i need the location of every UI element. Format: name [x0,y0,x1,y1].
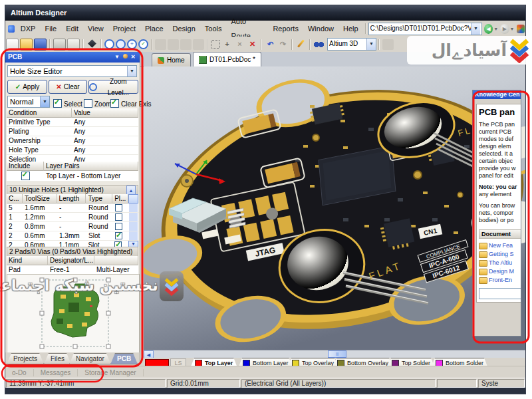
find-similar-icon[interactable] [313,39,325,50]
doc-link-getting-started[interactable]: Getting S [479,250,521,259]
zoom-level-button[interactable]: Zoom Level... [88,80,138,94]
table-row[interactable]: Hole TypeAny [7,146,138,155]
action-mode-combo[interactable]: Normal ▼ [7,96,50,108]
zoom-area-icon[interactable] [116,39,126,49]
paste-icon[interactable] [180,39,192,50]
zoom-selection-icon[interactable]: ✓ [138,39,148,49]
menu-view[interactable]: View [83,21,108,36]
chevron-down-icon[interactable]: ▼ [471,23,480,35]
menu-window[interactable]: Window [303,21,338,36]
menu-tools[interactable]: Tools [200,21,227,36]
hole-row[interactable]: 11.2mm-Round [7,213,138,222]
separator [100,39,102,50]
zoom-in-icon[interactable]: + [127,39,137,49]
system-tab-bar: o-Do Messages Storage Manager [5,366,525,378]
tab-pcbdoc[interactable]: DT01.PcbDoc * [193,52,261,66]
tab-todo[interactable]: o-Do [5,369,34,376]
save-icon[interactable] [34,39,47,51]
back-dropdown-icon[interactable]: ▼ [493,27,498,31]
chevron-down-icon[interactable]: ▼ [40,96,49,107]
knowledge-search-input[interactable] [479,288,521,299]
panel-tab-files[interactable]: Files [44,353,71,364]
print-icon[interactable] [53,39,66,51]
cut-icon[interactable] [155,39,166,50]
board-3d-icon[interactable] [86,39,98,50]
panel-pin-icon[interactable] [121,52,129,63]
hole-row[interactable]: 20.8mm-Round [7,222,138,231]
menu-design[interactable]: Design [168,21,200,36]
layer-pair-row[interactable]: Top Layer - Bottom Layer [7,171,138,182]
apply-button[interactable]: ✓ Apply [7,80,47,94]
redo-icon[interactable]: ↷ [277,39,289,50]
clear-errors-icon[interactable]: ✕ [247,39,258,50]
table-row[interactable]: Primitive TypeAny [7,118,138,127]
menu-project[interactable]: Project [108,21,140,36]
panel-close-icon[interactable]: ✕ [129,52,137,63]
panel-tab-bar: Projects Files Navigator PCB [5,352,140,364]
dxp-icon [8,25,15,33]
panel-menu-icon[interactable]: ▼ [113,52,121,63]
condition-table: Condition Value Primitive TypeAny Platin… [7,108,138,164]
tab-messages[interactable]: Messages [34,369,78,376]
col-condition[interactable]: Condition [7,108,72,118]
new-icon[interactable] [6,39,19,51]
scroll-thumb[interactable]: ||| [328,350,346,358]
clear-existing-checkbox[interactable]: Clear Exis [110,97,152,109]
zoom-checkbox[interactable]: Zoom [84,97,112,109]
doc-link-new-features[interactable]: New Fea [479,241,521,250]
tab-storage-manager[interactable]: Storage Manager [78,369,143,376]
doc-link-design[interactable]: Design M [479,267,521,276]
chevron-down-icon[interactable]: ▼ [366,39,376,50]
clear-button[interactable]: ✕ Clear [49,80,87,94]
select-area-icon[interactable] [211,40,220,49]
favorites-icon[interactable] [517,25,525,33]
pcb-panel-header[interactable]: PCB ▼ ✕ [5,52,140,63]
knowledge-center-header[interactable]: Knowledge Cen [473,90,521,99]
knowledge-center-content: PCB pan The PCB pan current PCB modes to… [476,104,521,303]
reroute-icon[interactable]: × [234,39,245,50]
menu-place[interactable]: Place [140,21,168,36]
select-checkbox[interactable]: Select [53,97,82,109]
system-button[interactable]: Syste [478,379,525,388]
pcb-3d-view[interactable]: JTAG [144,66,525,350]
hole-row[interactable]: 20.6mm1.3mmSlot [7,231,138,241]
copy-icon[interactable] [168,39,179,50]
back-icon[interactable]: ◀ [484,24,493,34]
col-include[interactable]: Include [7,162,44,171]
table-row[interactable]: PlatingAny [7,127,138,136]
menu-reports[interactable]: Reports [268,21,303,36]
address-combo[interactable]: C:\Designs\DT01\DT01.PcbDoc?ViewN ▼ [368,23,482,35]
checkbox[interactable] [110,99,119,108]
table-row[interactable]: OwnershipAny [7,136,138,146]
col-layer-pairs[interactable]: Layer Pairs [44,162,138,171]
paste-special-icon[interactable] [193,39,204,50]
panel-tab-navigator[interactable]: Navigator [69,353,111,364]
forward-dropdown-icon[interactable]: ▼ [510,27,515,31]
menu-help[interactable]: Help [338,21,363,36]
hole-row[interactable]: 51.6mm-Round [7,203,138,213]
open-icon[interactable] [20,39,33,51]
doc-link-front-end[interactable]: Front-En [479,276,521,285]
print-preview-icon[interactable] [67,39,80,51]
checkbox[interactable] [21,172,30,180]
undo-icon[interactable]: ↶ [265,39,276,50]
wand-icon[interactable] [295,39,307,50]
menu-edit[interactable]: Edit [61,21,83,36]
zoom-document-icon[interactable] [104,39,114,49]
forward-icon[interactable]: ▶ [500,24,509,34]
separator [207,39,208,50]
view-style-combo[interactable]: Altium 3D Black ▼ [327,38,376,51]
tab-home[interactable]: Home [152,53,191,66]
documentation-header: Document [479,229,521,239]
panel-tab-pcb[interactable]: PCB [110,353,138,364]
doc-link-the-altium[interactable]: The Altiu [479,259,521,267]
checkbox[interactable] [84,99,92,108]
filter-icon[interactable] [382,39,394,50]
checkbox[interactable] [53,99,62,108]
move-icon[interactable]: + [221,39,233,50]
menu-dxp[interactable]: DXP [16,21,41,36]
menu-file[interactable]: File [40,21,61,36]
panel-tab-projects[interactable]: Projects [7,353,44,364]
separator [49,39,51,50]
col-value[interactable]: Value [72,108,138,118]
